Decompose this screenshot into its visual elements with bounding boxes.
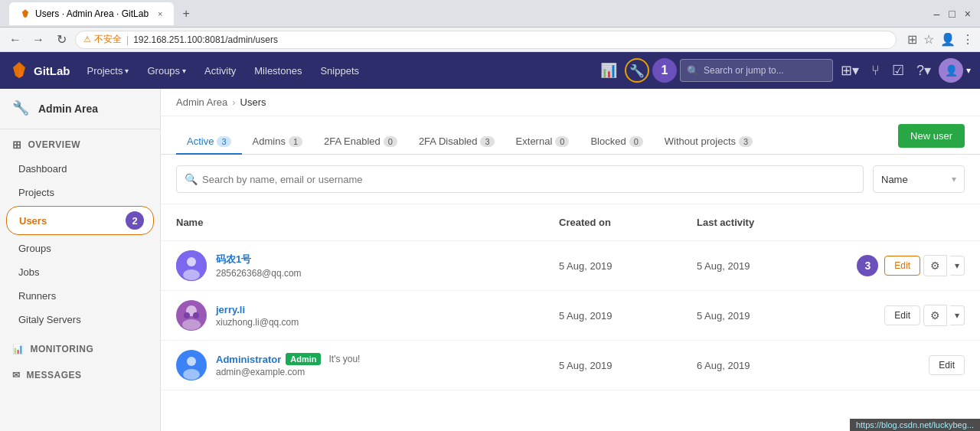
url-box[interactable]: ⚠ 不安全 | 192.168.251.100:8081/admin/users <box>75 31 897 49</box>
monitoring-section-header: 📊 Monitoring <box>0 338 160 361</box>
back-btn[interactable]: ← <box>6 33 24 47</box>
messages-section-header: ✉ Messages <box>0 364 160 387</box>
created-date: 5 Aug, 2019 <box>559 260 697 272</box>
actions-cell: Edit ⚙ ▾ <box>850 305 965 326</box>
admin-wrench-btn[interactable]: 🔧 <box>625 58 649 83</box>
sidebar-item-users[interactable]: Users 2 <box>6 206 154 235</box>
last-activity: 6 Aug, 2019 <box>697 360 850 371</box>
user-name[interactable]: Administrator <box>216 354 281 365</box>
menu-icon[interactable]: ⋮ <box>962 32 974 47</box>
nav-groups[interactable]: Groups ▾ <box>139 60 194 81</box>
breadcrumb-parent[interactable]: Admin Area <box>176 96 227 108</box>
avatar <box>176 300 207 331</box>
sort-chevron-icon: ▾ <box>952 174 956 184</box>
gitlab-navbar: GitLab Projects ▾ Groups ▾ Activity Mile… <box>0 52 980 89</box>
without-projects-count: 3 <box>739 136 753 147</box>
2fa-enabled-count: 0 <box>384 136 397 147</box>
sort-dropdown[interactable]: Name ▾ <box>873 165 965 193</box>
avatar <box>176 250 207 281</box>
tab-admins[interactable]: Admins 1 <box>242 129 313 155</box>
user-avatar-img <box>176 300 207 331</box>
security-icon: ⚠ <box>83 34 91 44</box>
stats-icon[interactable]: 📊 <box>596 59 622 82</box>
sidebar-item-groups[interactable]: Groups <box>0 237 160 260</box>
tab-blocked[interactable]: Blocked 0 <box>580 129 653 155</box>
edit-button[interactable]: Edit <box>884 305 920 325</box>
table-row: 码农1号 285626368@qq.com 5 Aug, 2019 5 Aug,… <box>161 241 980 291</box>
browser-tab[interactable]: Users · Admin Area · GitLab × <box>9 2 174 25</box>
actions-cell: Edit <box>850 355 965 375</box>
svg-point-8 <box>182 319 201 330</box>
sidebar-wrench-icon: 🔧 <box>12 100 31 118</box>
tab-external[interactable]: External 0 <box>505 129 580 155</box>
edit-button[interactable]: Edit <box>884 256 920 276</box>
user-avatar-img <box>176 350 207 380</box>
gitlab-logo[interactable]: GitLab <box>9 60 70 80</box>
tab-close-btn[interactable]: × <box>158 9 162 18</box>
admins-count: 1 <box>289 136 302 147</box>
tab-2fa-disabled[interactable]: 2FA Disabled 3 <box>408 129 505 155</box>
last-activity: 5 Aug, 2019 <box>697 260 850 272</box>
breadcrumb: Admin Area › Users <box>161 89 980 116</box>
global-search[interactable]: 🔍 Search or jump to... <box>680 59 833 82</box>
sidebar-item-gitaly[interactable]: Gitaly Servers <box>0 308 160 331</box>
svg-point-5 <box>183 269 200 280</box>
sidebar-item-projects[interactable]: Projects <box>0 181 160 204</box>
created-date: 5 Aug, 2019 <box>559 360 697 371</box>
forward-btn[interactable]: → <box>29 33 47 47</box>
issues-icon[interactable]: ☑ <box>887 59 909 82</box>
gitlab-fox-icon <box>9 60 29 80</box>
search-input[interactable] <box>202 174 855 185</box>
address-bar: ← → ↻ ⚠ 不安全 | 192.168.251.100:8081/admin… <box>0 28 980 52</box>
sidebar-header: 🔧 Admin Area <box>0 89 160 129</box>
gitlab-logo-text: GitLab <box>34 64 70 77</box>
svg-point-13 <box>183 369 200 380</box>
user-info: 码农1号 285626368@qq.com <box>176 250 559 281</box>
bookmark-icon[interactable]: ☆ <box>923 32 934 47</box>
nav-projects[interactable]: Projects ▾ <box>80 60 137 81</box>
tab-2fa-enabled[interactable]: 2FA Enabled 0 <box>313 129 408 155</box>
tab-without-projects[interactable]: Without projects 3 <box>654 129 763 155</box>
tabs-bar: Active 3 Admins 1 2FA Enabled 0 2FA Disa… <box>161 116 980 155</box>
reload-btn[interactable]: ↻ <box>52 32 70 47</box>
sidebar-item-runners[interactable]: Runners <box>0 284 160 308</box>
status-bar: https://blog.csdn.net/luckybeg... <box>850 419 980 431</box>
plus-icon[interactable]: ⊞▾ <box>836 59 864 82</box>
search-box[interactable]: 🔍 <box>176 165 864 193</box>
last-activity: 5 Aug, 2019 <box>697 310 850 322</box>
close-btn[interactable]: × <box>965 8 971 20</box>
nav-activity[interactable]: Activity <box>197 60 243 81</box>
col-name: Name <box>176 212 559 233</box>
translate-icon[interactable]: ⊞ <box>907 32 917 47</box>
new-user-button[interactable]: New user <box>898 124 965 148</box>
user-name[interactable]: 码农1号 <box>216 253 302 266</box>
notification-badge[interactable]: 1 <box>652 58 677 83</box>
maximize-btn[interactable]: □ <box>949 8 955 20</box>
nav-snippets[interactable]: Snippets <box>312 60 367 81</box>
user-details: Administrator Admin It's you! admin@exam… <box>216 353 360 377</box>
svg-point-9 <box>184 312 190 318</box>
sidebar-item-jobs[interactable]: Jobs <box>0 260 160 284</box>
new-tab-btn[interactable]: + <box>180 7 193 21</box>
merge-request-icon[interactable]: ⑂ <box>867 60 884 82</box>
gear-button[interactable]: ⚙ <box>923 305 947 326</box>
user-menu-chevron[interactable]: ▾ <box>966 65 971 76</box>
user-name[interactable]: jerry.li <box>216 304 299 315</box>
gear-button[interactable]: ⚙ <box>923 255 947 276</box>
profile-icon[interactable]: 👤 <box>940 32 956 47</box>
active-count: 3 <box>217 136 230 147</box>
user-avatar[interactable]: 👤 <box>939 58 963 83</box>
sidebar-item-dashboard[interactable]: Dashboard <box>0 157 160 181</box>
dropdown-button[interactable]: ▾ <box>950 256 965 276</box>
tab-active[interactable]: Active 3 <box>176 129 242 155</box>
help-icon[interactable]: ?▾ <box>912 59 936 82</box>
messages-icon: ✉ <box>12 370 21 380</box>
edit-button[interactable]: Edit <box>929 355 965 375</box>
minimize-btn[interactable]: – <box>934 8 940 20</box>
search-icon: 🔍 <box>687 65 699 77</box>
admin-badge: Admin <box>286 353 321 365</box>
blocked-count: 0 <box>629 136 643 147</box>
dropdown-button[interactable]: ▾ <box>950 305 965 325</box>
nav-milestones[interactable]: Milestones <box>247 60 309 81</box>
user-avatar-img <box>176 250 207 281</box>
